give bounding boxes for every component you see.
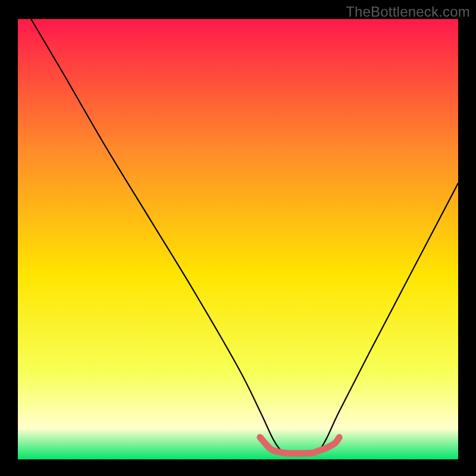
gradient-plot-area xyxy=(18,19,458,459)
watermark-text: TheBottleneck.com xyxy=(346,4,470,20)
border-left xyxy=(0,0,18,476)
chart-svg xyxy=(0,0,476,476)
border-right xyxy=(458,0,476,476)
border-bottom xyxy=(0,459,476,476)
bottleneck-chart: TheBottleneck.com xyxy=(0,0,476,476)
